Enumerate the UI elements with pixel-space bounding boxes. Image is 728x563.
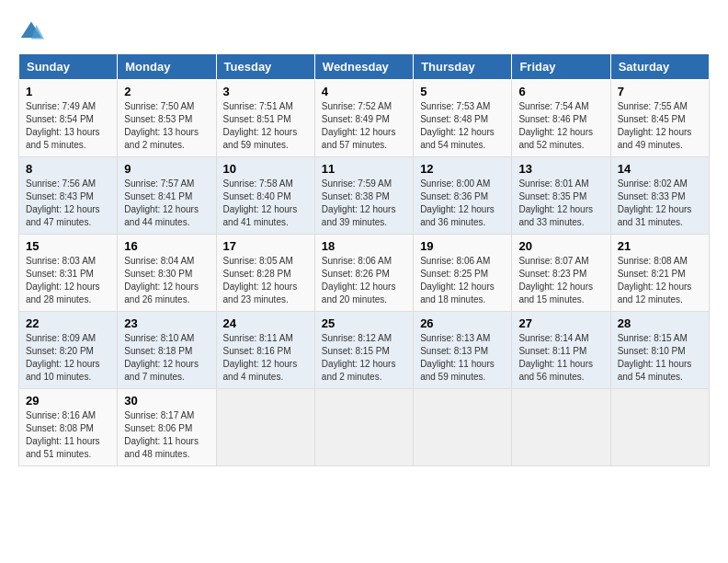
day-number: 19	[420, 239, 505, 253]
day-info: Sunrise: 7:51 AMSunset: 8:51 PMDaylight:…	[223, 100, 308, 152]
table-row: 15Sunrise: 8:03 AMSunset: 8:31 PMDayligh…	[19, 235, 118, 312]
day-number: 20	[518, 239, 603, 253]
table-row: 2Sunrise: 7:50 AMSunset: 8:53 PMDaylight…	[118, 80, 216, 157]
calendar-header-row: SundayMondayTuesdayWednesdayThursdayFrid…	[19, 54, 710, 80]
day-info: Sunrise: 8:06 AMSunset: 8:25 PMDaylight:…	[420, 255, 505, 306]
table-row: 20Sunrise: 8:07 AMSunset: 8:23 PMDayligh…	[512, 235, 610, 312]
header-tuesday: Tuesday	[216, 54, 314, 80]
day-number: 12	[420, 162, 505, 176]
table-row: 16Sunrise: 8:04 AMSunset: 8:30 PMDayligh…	[118, 235, 216, 312]
day-info: Sunrise: 7:59 AMSunset: 8:38 PMDaylight:…	[322, 178, 406, 229]
day-info: Sunrise: 8:17 AMSunset: 8:06 PMDaylight:…	[124, 409, 209, 461]
day-info: Sunrise: 7:57 AMSunset: 8:41 PMDaylight:…	[124, 178, 209, 229]
day-info: Sunrise: 8:10 AMSunset: 8:18 PMDaylight:…	[124, 332, 209, 384]
day-number: 9	[124, 162, 209, 176]
table-row: 19Sunrise: 8:06 AMSunset: 8:25 PMDayligh…	[414, 235, 512, 312]
header-thursday: Thursday	[414, 54, 512, 80]
day-info: Sunrise: 8:15 AMSunset: 8:10 PMDaylight:…	[618, 332, 702, 384]
day-info: Sunrise: 8:09 AMSunset: 8:20 PMDaylight:…	[26, 332, 110, 384]
day-info: Sunrise: 7:52 AMSunset: 8:49 PMDaylight:…	[322, 100, 406, 152]
table-row: 28Sunrise: 8:15 AMSunset: 8:10 PMDayligh…	[610, 312, 709, 389]
day-number: 26	[420, 316, 505, 330]
day-number: 14	[618, 162, 702, 176]
table-row: 11Sunrise: 7:59 AMSunset: 8:38 PMDayligh…	[314, 157, 413, 235]
page-header	[18, 18, 710, 44]
week-row-3: 15Sunrise: 8:03 AMSunset: 8:31 PMDayligh…	[19, 235, 710, 312]
day-number: 16	[124, 239, 209, 253]
week-row-5: 29Sunrise: 8:16 AMSunset: 8:08 PMDayligh…	[19, 389, 710, 466]
table-row: 7Sunrise: 7:55 AMSunset: 8:45 PMDaylight…	[610, 80, 709, 157]
day-info: Sunrise: 7:54 AMSunset: 8:46 PMDaylight:…	[518, 100, 603, 152]
day-info: Sunrise: 8:13 AMSunset: 8:13 PMDaylight:…	[420, 332, 505, 384]
table-row: 26Sunrise: 8:13 AMSunset: 8:13 PMDayligh…	[414, 312, 512, 389]
day-number: 30	[124, 394, 209, 408]
table-row: 8Sunrise: 7:56 AMSunset: 8:43 PMDaylight…	[19, 157, 118, 235]
day-number: 27	[518, 316, 603, 330]
table-row: 30Sunrise: 8:17 AMSunset: 8:06 PMDayligh…	[118, 389, 216, 466]
table-row: 23Sunrise: 8:10 AMSunset: 8:18 PMDayligh…	[118, 312, 216, 389]
table-row	[216, 389, 314, 466]
day-number: 18	[322, 239, 406, 253]
header-wednesday: Wednesday	[314, 54, 413, 80]
day-number: 3	[223, 85, 308, 98]
day-info: Sunrise: 7:53 AMSunset: 8:48 PMDaylight:…	[420, 100, 505, 152]
day-info: Sunrise: 8:03 AMSunset: 8:31 PMDaylight:…	[26, 255, 110, 306]
header-sunday: Sunday	[19, 54, 118, 80]
day-number: 22	[26, 316, 110, 330]
day-number: 17	[223, 239, 308, 253]
day-info: Sunrise: 8:14 AMSunset: 8:11 PMDaylight:…	[518, 332, 603, 384]
day-info: Sunrise: 7:50 AMSunset: 8:53 PMDaylight:…	[124, 100, 209, 152]
day-number: 25	[322, 316, 406, 330]
table-row: 10Sunrise: 7:58 AMSunset: 8:40 PMDayligh…	[216, 157, 314, 235]
day-info: Sunrise: 8:12 AMSunset: 8:15 PMDaylight:…	[322, 332, 406, 384]
header-saturday: Saturday	[610, 54, 709, 80]
day-number: 13	[518, 162, 603, 176]
day-info: Sunrise: 8:07 AMSunset: 8:23 PMDaylight:…	[518, 255, 603, 306]
day-number: 8	[26, 162, 110, 176]
table-row: 24Sunrise: 8:11 AMSunset: 8:16 PMDayligh…	[216, 312, 314, 389]
day-info: Sunrise: 8:11 AMSunset: 8:16 PMDaylight:…	[223, 332, 308, 384]
week-row-1: 1Sunrise: 7:49 AMSunset: 8:54 PMDaylight…	[19, 80, 710, 157]
logo-icon	[18, 18, 44, 44]
day-info: Sunrise: 8:00 AMSunset: 8:36 PMDaylight:…	[420, 178, 505, 229]
day-info: Sunrise: 8:04 AMSunset: 8:30 PMDaylight:…	[124, 255, 209, 306]
day-number: 21	[618, 239, 702, 253]
day-number: 4	[322, 85, 406, 98]
day-info: Sunrise: 7:58 AMSunset: 8:40 PMDaylight:…	[223, 178, 308, 229]
table-row: 17Sunrise: 8:05 AMSunset: 8:28 PMDayligh…	[216, 235, 314, 312]
day-info: Sunrise: 8:06 AMSunset: 8:26 PMDaylight:…	[322, 255, 406, 306]
table-row	[512, 389, 610, 466]
header-monday: Monday	[118, 54, 216, 80]
day-number: 15	[26, 239, 110, 253]
table-row: 14Sunrise: 8:02 AMSunset: 8:33 PMDayligh…	[610, 157, 709, 235]
header-friday: Friday	[512, 54, 610, 80]
day-info: Sunrise: 8:02 AMSunset: 8:33 PMDaylight:…	[618, 178, 702, 229]
day-info: Sunrise: 7:56 AMSunset: 8:43 PMDaylight:…	[26, 178, 110, 229]
table-row: 5Sunrise: 7:53 AMSunset: 8:48 PMDaylight…	[414, 80, 512, 157]
table-row: 21Sunrise: 8:08 AMSunset: 8:21 PMDayligh…	[610, 235, 709, 312]
table-row: 3Sunrise: 7:51 AMSunset: 8:51 PMDaylight…	[216, 80, 314, 157]
day-number: 24	[223, 316, 308, 330]
day-number: 23	[124, 316, 209, 330]
week-row-4: 22Sunrise: 8:09 AMSunset: 8:20 PMDayligh…	[19, 312, 710, 389]
week-row-2: 8Sunrise: 7:56 AMSunset: 8:43 PMDaylight…	[19, 157, 710, 235]
day-number: 6	[518, 85, 603, 98]
day-info: Sunrise: 8:05 AMSunset: 8:28 PMDaylight:…	[223, 255, 308, 306]
table-row: 18Sunrise: 8:06 AMSunset: 8:26 PMDayligh…	[314, 235, 413, 312]
day-number: 2	[124, 85, 209, 98]
day-info: Sunrise: 8:08 AMSunset: 8:21 PMDaylight:…	[618, 255, 702, 306]
table-row: 22Sunrise: 8:09 AMSunset: 8:20 PMDayligh…	[19, 312, 118, 389]
day-number: 28	[618, 316, 702, 330]
day-info: Sunrise: 7:49 AMSunset: 8:54 PMDaylight:…	[26, 100, 110, 152]
day-number: 29	[26, 394, 110, 408]
day-info: Sunrise: 8:01 AMSunset: 8:35 PMDaylight:…	[518, 178, 603, 229]
table-row: 4Sunrise: 7:52 AMSunset: 8:49 PMDaylight…	[314, 80, 413, 157]
table-row: 6Sunrise: 7:54 AMSunset: 8:46 PMDaylight…	[512, 80, 610, 157]
day-number: 7	[618, 85, 702, 98]
day-info: Sunrise: 8:16 AMSunset: 8:08 PMDaylight:…	[26, 409, 110, 461]
logo	[18, 18, 48, 44]
table-row: 27Sunrise: 8:14 AMSunset: 8:11 PMDayligh…	[512, 312, 610, 389]
table-row: 13Sunrise: 8:01 AMSunset: 8:35 PMDayligh…	[512, 157, 610, 235]
calendar-table: SundayMondayTuesdayWednesdayThursdayFrid…	[18, 53, 710, 466]
table-row	[314, 389, 413, 466]
